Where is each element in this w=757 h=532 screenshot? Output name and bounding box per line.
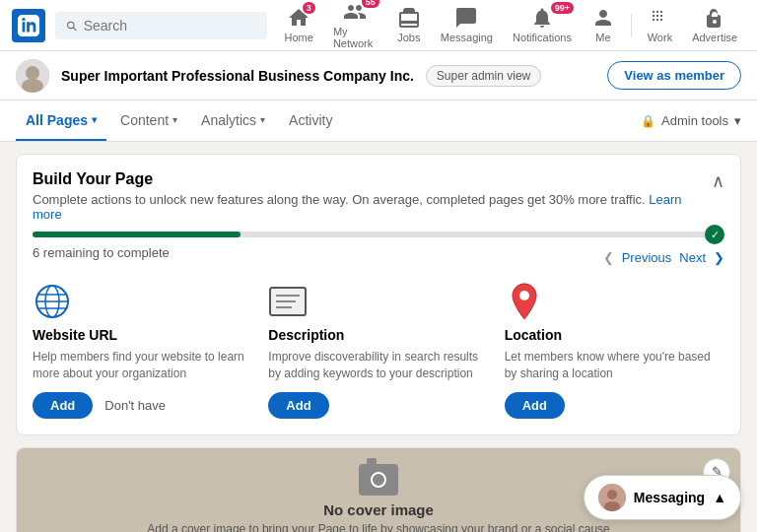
me-label: Me (595, 32, 610, 43)
tab-all-pages[interactable]: All Pages ▾ (16, 100, 106, 141)
no-cover-sub: Add a cover image to bring your Page to … (147, 522, 610, 532)
tab-analytics-label: Analytics (201, 112, 256, 128)
location-add-button[interactable]: Add (505, 392, 565, 419)
admin-tools-label: Admin tools (661, 113, 728, 128)
location-desc: Let members know where you're based by s… (505, 349, 724, 382)
item-website-url: Website URL Help members find your websi… (33, 282, 252, 419)
view-as-member-button[interactable]: View as member (607, 61, 741, 90)
chevron-down-icon: ▾ (92, 114, 97, 125)
nav-item-advertise[interactable]: Advertise (684, 2, 745, 49)
tab-activity[interactable]: Activity (279, 100, 342, 141)
main-content: Build Your Page Complete actions to unlo… (0, 142, 757, 532)
divider (631, 14, 632, 37)
messaging-icon (454, 6, 478, 30)
messaging-fab-label: Messaging (634, 490, 705, 505)
work-icon (648, 6, 671, 30)
progress-section: ✓ (33, 232, 724, 237)
description-actions: Add (268, 392, 488, 419)
network-label: My Network (333, 26, 378, 49)
svg-point-12 (519, 291, 529, 300)
website-add-button[interactable]: Add (33, 392, 93, 419)
network-badge: 55 (362, 0, 379, 8)
build-subtitle: Complete actions to unlock new features … (33, 192, 712, 222)
messaging-label: Messaging (441, 32, 493, 43)
svg-point-1 (26, 66, 39, 80)
lock-icon: 🔒 (641, 114, 655, 128)
notifications-badge: 99+ (551, 2, 574, 14)
nav-item-my-network[interactable]: 55 My Network (325, 0, 385, 55)
build-header: Build Your Page Complete actions to unlo… (33, 170, 724, 222)
home-badge: 3 (303, 2, 315, 14)
company-bar: Super Important Professional Business Co… (0, 51, 757, 100)
progress-nav: 6 remaining to complete ❮ Previous Next … (33, 245, 724, 270)
network-icon: 55 (343, 0, 367, 24)
progress-check: ✓ (705, 225, 724, 244)
website-title: Website URL (33, 327, 252, 343)
tab-content-label: Content (120, 112, 169, 128)
collapse-icon[interactable]: ∧ (712, 170, 724, 192)
item-location: Location Let members know where you're b… (505, 282, 724, 419)
build-title: Build Your Page (33, 170, 712, 188)
dont-have-link[interactable]: Don't have (104, 398, 166, 413)
progress-filled (33, 232, 241, 237)
tab-analytics[interactable]: Analytics ▾ (191, 100, 275, 141)
description-desc: Improve discoverability in search result… (268, 349, 488, 382)
notifications-icon: 99+ (530, 6, 554, 30)
items-row: Website URL Help members find your websi… (33, 282, 724, 419)
description-add-button[interactable]: Add (268, 392, 328, 419)
item-description: Description Improve discoverability in s… (268, 282, 488, 419)
chevron-up-icon: ▲ (713, 490, 726, 505)
linkedin-logo[interactable] (12, 9, 45, 42)
location-icon (505, 282, 544, 321)
tab-nav: All Pages ▾ Content ▾ Analytics ▾ Activi… (0, 100, 757, 142)
notifications-label: Notifications (513, 32, 572, 43)
build-card: Build Your Page Complete actions to unlo… (16, 154, 741, 435)
search-input[interactable] (84, 18, 257, 33)
website-actions: Add Don't have (33, 392, 252, 419)
description-icon (268, 282, 308, 321)
advertise-icon (703, 6, 726, 30)
advertise-label: Advertise (692, 32, 737, 43)
chevron-down-icon: ▾ (172, 114, 177, 125)
nav-arrows: ❮ Previous Next ❯ (603, 250, 724, 265)
remaining-text: 6 remaining to complete (33, 245, 170, 260)
company-logo-small (16, 59, 49, 93)
nav-item-home[interactable]: 3 Home (277, 2, 321, 49)
tab-all-pages-label: All Pages (26, 112, 88, 128)
svg-point-19 (607, 490, 617, 499)
progress-bar: ✓ (33, 232, 724, 237)
nav-item-work[interactable]: Work (640, 2, 680, 49)
company-name-bar: Super Important Professional Business Co… (61, 68, 414, 84)
nav-item-messaging[interactable]: Messaging (433, 2, 501, 49)
website-desc: Help members find your website to learn … (33, 349, 252, 382)
admin-tools[interactable]: 🔒 Admin tools ▾ (641, 113, 741, 128)
no-cover-text: No cover image (323, 501, 434, 518)
camera-icon (359, 464, 398, 496)
me-icon (591, 6, 615, 30)
svg-point-2 (22, 79, 43, 93)
nav-item-me[interactable]: Me (584, 2, 623, 49)
messaging-fab[interactable]: Messaging ▲ (584, 475, 741, 520)
chevron-down-icon: ▾ (260, 114, 265, 125)
description-title: Description (268, 327, 488, 343)
svg-point-20 (604, 501, 620, 511)
website-icon (33, 282, 72, 321)
messaging-avatar (598, 484, 626, 511)
previous-link[interactable]: Previous (622, 250, 672, 265)
search-icon (65, 19, 78, 33)
location-title: Location (505, 327, 724, 343)
admin-tools-chevron: ▾ (734, 113, 741, 128)
home-icon: 3 (287, 6, 310, 30)
work-label: Work (648, 32, 672, 43)
jobs-icon (397, 6, 421, 30)
nav-item-jobs[interactable]: Jobs (389, 2, 429, 49)
admin-badge: Super admin view (426, 65, 541, 87)
tab-content[interactable]: Content ▾ (110, 100, 187, 141)
jobs-label: Jobs (397, 32, 420, 43)
search-bar[interactable] (55, 12, 267, 39)
home-label: Home (285, 32, 313, 43)
nav-item-notifications[interactable]: 99+ Notifications (505, 2, 580, 49)
next-link[interactable]: Next (679, 250, 706, 265)
tab-activity-label: Activity (289, 112, 332, 128)
location-actions: Add (505, 392, 724, 419)
